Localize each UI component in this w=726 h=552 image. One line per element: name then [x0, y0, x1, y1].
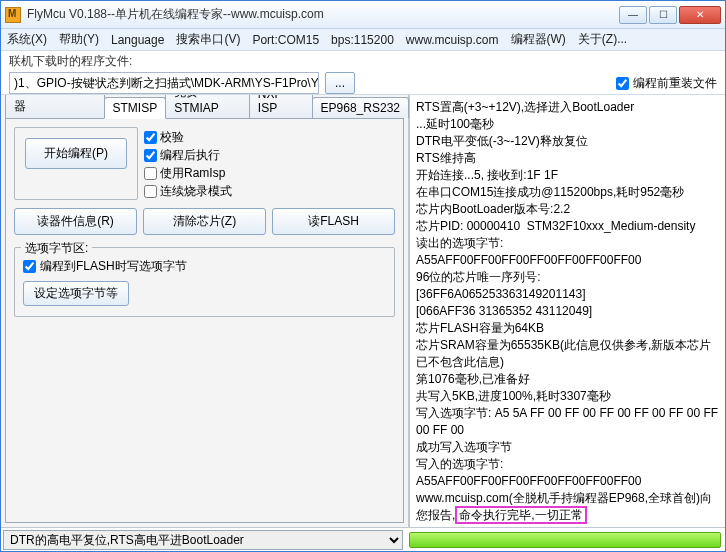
tab-stmisp[interactable]: STMISP	[104, 97, 167, 119]
start-group: 开始编程(P)	[14, 127, 138, 200]
log-line: 开始连接...5, 接收到:1F 1F	[416, 167, 719, 184]
menu-system[interactable]: 系统(X)	[7, 31, 47, 48]
log-line: 芯片内BootLoader版本号:2.2	[416, 201, 719, 218]
statusbar: DTR的高电平复位,RTS高电平进BootLoader	[1, 527, 725, 551]
left-pane: 手持万用编程器 STMISP 免费STMIAP NXP ISP EP968_RS…	[1, 95, 409, 527]
log-line: A55AFF00FF00FF00FF00FF00FF00FF00	[416, 473, 719, 490]
maximize-button[interactable]: ☐	[649, 6, 677, 24]
continuous-checkbox[interactable]: 连续烧录模式	[144, 183, 232, 200]
read-device-info-button[interactable]: 读器件信息(R)	[14, 208, 137, 235]
menu-site[interactable]: www.mcuisp.com	[406, 33, 499, 47]
log-line: RTS置高(+3~+12V),选择进入BootLoader	[416, 99, 719, 116]
log-line: DTR电平变低(-3~-12V)释放复位	[416, 133, 719, 150]
reset-mode-select[interactable]: DTR的高电平复位,RTS高电平进BootLoader	[3, 530, 403, 550]
log-line: 读出的选项字节:	[416, 235, 719, 252]
app-window: FlyMcu V0.188--单片机在线编程专家--www.mcuisp.com…	[0, 0, 726, 552]
write-option-bytes-checkbox[interactable]: 编程到FLASH时写选项字节	[23, 258, 386, 275]
file-row: 联机下载时的程序文件: )1、GPIO-按键状态判断之扫描式\MDK-ARM\Y…	[1, 51, 725, 95]
log-highlight: 命令执行完毕,一切正常	[455, 506, 586, 524]
menubar: 系统(X) 帮助(Y) Language 搜索串口(V) Port:COM15 …	[1, 29, 725, 51]
reinstall-label: 编程前重装文件	[633, 75, 717, 92]
log-line: www.mcuisp.com(全脱机手持编程器EP968,全球首创)向您报告,命…	[416, 490, 719, 524]
log-line: 第1076毫秒,已准备好	[416, 371, 719, 388]
menu-port[interactable]: Port:COM15	[252, 33, 319, 47]
titlebar[interactable]: FlyMcu V0.188--单片机在线编程专家--www.mcuisp.com…	[1, 1, 725, 29]
menu-programmer[interactable]: 编程器(W)	[511, 31, 566, 48]
log-pane[interactable]: RTS置高(+3~+12V),选择进入BootLoader...延时100毫秒D…	[409, 95, 725, 527]
menu-bps[interactable]: bps:115200	[331, 33, 394, 47]
tab-content: 开始编程(P) 校验 编程后执行 使用RamIsp 连续烧录模式 读器件信息(R…	[5, 118, 404, 523]
runafter-checkbox[interactable]: 编程后执行	[144, 147, 232, 164]
progress-bar	[409, 532, 721, 548]
log-line: 芯片SRAM容量为65535KB(此信息仅供参考,新版本芯片已不包含此信息)	[416, 337, 719, 371]
browse-button[interactable]: ...	[325, 72, 355, 94]
log-line: 写入的选项字节:	[416, 456, 719, 473]
window-title: FlyMcu V0.188--单片机在线编程专家--www.mcuisp.com	[27, 6, 619, 23]
log-line: ...延时100毫秒	[416, 116, 719, 133]
erase-chip-button[interactable]: 清除芯片(Z)	[143, 208, 266, 235]
tab-nxpisp[interactable]: NXP ISP	[249, 95, 313, 118]
log-line: 成功写入选项字节	[416, 439, 719, 456]
menu-language[interactable]: Language	[111, 33, 164, 47]
ramisp-checkbox[interactable]: 使用RamIsp	[144, 165, 232, 182]
reinstall-checkbox-input[interactable]	[616, 77, 629, 90]
read-flash-button[interactable]: 读FLASH	[272, 208, 395, 235]
log-line: 在串口COM15连接成功@115200bps,耗时952毫秒	[416, 184, 719, 201]
log-line: A55AFF00FF00FF00FF00FF00FF00FF00	[416, 252, 719, 269]
menu-help[interactable]: 帮助(Y)	[59, 31, 99, 48]
log-line: 芯片PID: 00000410 STM32F10xxx_Medium-densi…	[416, 218, 719, 235]
file-path-field[interactable]: )1、GPIO-按键状态判断之扫描式\MDK-ARM\YS-F1Pro\YS-F…	[9, 72, 319, 94]
file-label: 联机下载时的程序文件:	[9, 53, 717, 70]
log-line: 96位的芯片唯一序列号:	[416, 269, 719, 286]
tab-stmiap[interactable]: 免费STMIAP	[165, 95, 250, 118]
set-option-bytes-button[interactable]: 设定选项字节等	[23, 281, 129, 306]
close-button[interactable]: ✕	[679, 6, 721, 24]
minimize-button[interactable]: —	[619, 6, 647, 24]
log-line: 共写入5KB,进度100%,耗时3307毫秒	[416, 388, 719, 405]
app-icon	[5, 7, 21, 23]
tabs: 手持万用编程器 STMISP 免费STMIAP NXP ISP EP968_RS…	[1, 95, 408, 118]
menu-searchport[interactable]: 搜索串口(V)	[176, 31, 240, 48]
option-bytes-group: 选项字节区: 编程到FLASH时写选项字节 设定选项字节等	[14, 247, 395, 317]
tab-ep968[interactable]: EP968_RS232	[312, 97, 409, 118]
tab-handheld[interactable]: 手持万用编程器	[5, 95, 105, 118]
log-line: [066AFF36 31365352 43112049]	[416, 303, 719, 320]
option-bytes-legend: 选项字节区:	[21, 240, 92, 257]
start-program-button[interactable]: 开始编程(P)	[25, 138, 127, 169]
menu-about[interactable]: 关于(Z)...	[578, 31, 627, 48]
verify-checkbox[interactable]: 校验	[144, 129, 232, 146]
log-line: [36FF6A065253363149201143]	[416, 286, 719, 303]
log-line: 芯片FLASH容量为64KB	[416, 320, 719, 337]
log-line: 写入选项字节: A5 5A FF 00 FF 00 FF 00 FF 00 FF…	[416, 405, 719, 439]
reinstall-checkbox[interactable]: 编程前重装文件	[616, 75, 717, 92]
log-line: RTS维持高	[416, 150, 719, 167]
